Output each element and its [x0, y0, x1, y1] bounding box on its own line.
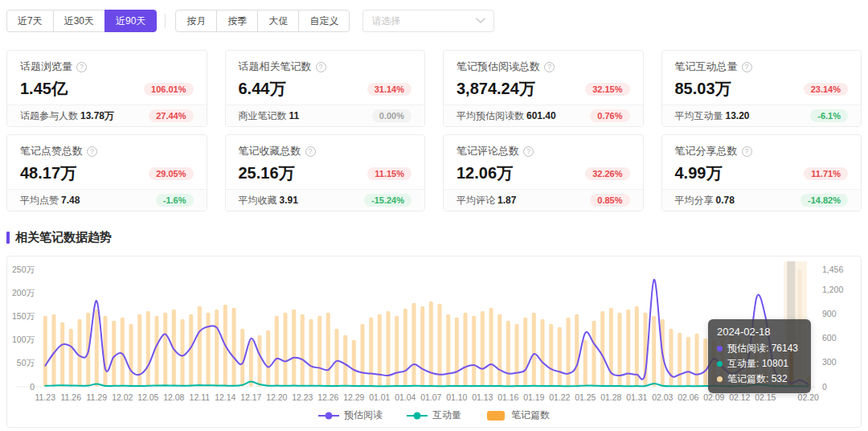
bar[interactable]	[335, 329, 339, 387]
bar[interactable]	[60, 322, 64, 387]
bar[interactable]	[309, 319, 313, 387]
notes-count-bars[interactable]	[43, 269, 810, 387]
bar[interactable]	[600, 311, 604, 387]
bar[interactable]	[464, 313, 468, 387]
period-button-3[interactable]: 大促	[257, 10, 299, 32]
bar[interactable]	[275, 316, 279, 387]
bar[interactable]	[532, 313, 536, 387]
bar[interactable]	[678, 333, 682, 387]
footer-value: 11	[289, 110, 300, 121]
legend-item-2[interactable]: 互动量	[407, 408, 461, 422]
help-icon[interactable]: ?	[316, 62, 326, 72]
bar[interactable]	[703, 339, 707, 387]
bar[interactable]	[481, 311, 485, 387]
bar[interactable]	[129, 324, 133, 387]
bar[interactable]	[592, 321, 596, 387]
bar[interactable]	[69, 329, 73, 387]
stat-card-title-row: 话题浏览量 ?	[20, 60, 194, 74]
bar[interactable]	[378, 314, 382, 387]
x-tick: 11.23	[35, 392, 56, 402]
bar[interactable]	[489, 308, 493, 387]
bar[interactable]	[215, 310, 219, 387]
bar[interactable]	[146, 311, 150, 387]
bar[interactable]	[43, 316, 47, 387]
bar[interactable]	[292, 310, 296, 387]
bar[interactable]	[446, 314, 450, 387]
bar[interactable]	[575, 314, 579, 387]
bar[interactable]	[163, 313, 167, 387]
bar[interactable]	[78, 319, 82, 387]
bar[interactable]	[343, 335, 347, 387]
bar[interactable]	[317, 316, 321, 387]
bar[interactable]	[669, 329, 674, 387]
help-icon[interactable]: ?	[523, 146, 534, 157]
bar[interactable]	[207, 313, 211, 387]
tooltip-rows: 预估阅读: 76143互动量: 10801笔记篇数: 532	[717, 341, 802, 387]
bar[interactable]	[686, 337, 690, 387]
bar[interactable]	[121, 318, 125, 387]
bar[interactable]	[198, 306, 202, 387]
bar[interactable]	[506, 321, 510, 387]
bar[interactable]	[652, 316, 656, 387]
bar[interactable]	[352, 340, 356, 387]
footer-label: 平均预估阅读数	[457, 110, 524, 121]
stat-card-title: 话题相关笔记数	[239, 60, 312, 74]
x-tick: 01.16	[497, 392, 518, 402]
period-button-2[interactable]: 按季	[216, 10, 258, 32]
estimated-read-line[interactable]	[45, 280, 808, 384]
bar[interactable]	[549, 324, 553, 387]
bar[interactable]	[104, 316, 108, 387]
bar[interactable]	[523, 318, 527, 387]
legend-item-1[interactable]: 预估阅读	[318, 408, 383, 422]
bar[interactable]	[369, 318, 373, 387]
stat-card-footer: 平均互动量13.20 -6.1%	[662, 105, 862, 126]
legend-item-3[interactable]: 笔记篇数	[485, 408, 550, 422]
engagement-line[interactable]	[45, 382, 808, 387]
y-tick: 1,200	[822, 285, 843, 294]
trend-chart-container[interactable]: 050万100万150万200万250万03006009001,2001,456…	[6, 256, 862, 428]
bar[interactable]	[472, 316, 476, 387]
bar[interactable]	[497, 314, 502, 387]
bar[interactable]	[412, 303, 416, 387]
bar[interactable]	[95, 310, 99, 387]
period-button-1[interactable]: 按月	[175, 10, 217, 32]
bar[interactable]	[583, 340, 588, 387]
period-button-4[interactable]: 自定义	[298, 10, 350, 32]
bar[interactable]	[420, 306, 424, 387]
bar[interactable]	[395, 316, 399, 387]
bar[interactable]	[326, 313, 330, 387]
range-tab-1[interactable]: 近7天	[6, 10, 54, 32]
bar[interactable]	[301, 314, 305, 387]
bar[interactable]	[626, 310, 630, 387]
bar[interactable]	[249, 340, 253, 387]
bar[interactable]	[258, 335, 262, 387]
bar[interactable]	[558, 327, 562, 387]
bar[interactable]	[361, 324, 365, 387]
help-icon[interactable]: ?	[742, 146, 752, 157]
bar[interactable]	[609, 308, 613, 387]
range-tab-3[interactable]: 近90天	[104, 10, 157, 32]
bar[interactable]	[181, 319, 185, 387]
bar[interactable]	[403, 309, 407, 387]
topic-select[interactable]: 请选择	[362, 10, 494, 32]
bar[interactable]	[541, 319, 545, 387]
y-tick: 100万	[12, 335, 35, 344]
bar[interactable]	[567, 318, 571, 387]
bar[interactable]	[232, 308, 236, 387]
footer-metric: 话题参与人数13.78万	[20, 109, 114, 123]
bar[interactable]	[155, 316, 159, 387]
bar[interactable]	[137, 314, 141, 387]
bar[interactable]	[695, 334, 699, 387]
stat-card-top: 笔记点赞总数 ? 48.17万 29.05%	[7, 135, 207, 189]
bar[interactable]	[284, 313, 288, 387]
bar[interactable]	[455, 318, 459, 387]
bar[interactable]	[112, 321, 116, 387]
help-icon[interactable]: ?	[87, 146, 97, 157]
help-icon[interactable]: ?	[76, 62, 87, 72]
help-icon[interactable]: ?	[544, 62, 555, 72]
bar[interactable]	[515, 324, 519, 387]
help-icon[interactable]: ?	[742, 62, 752, 72]
bar[interactable]	[266, 330, 270, 387]
help-icon[interactable]: ?	[305, 146, 316, 157]
range-tab-2[interactable]: 近30天	[53, 10, 105, 32]
